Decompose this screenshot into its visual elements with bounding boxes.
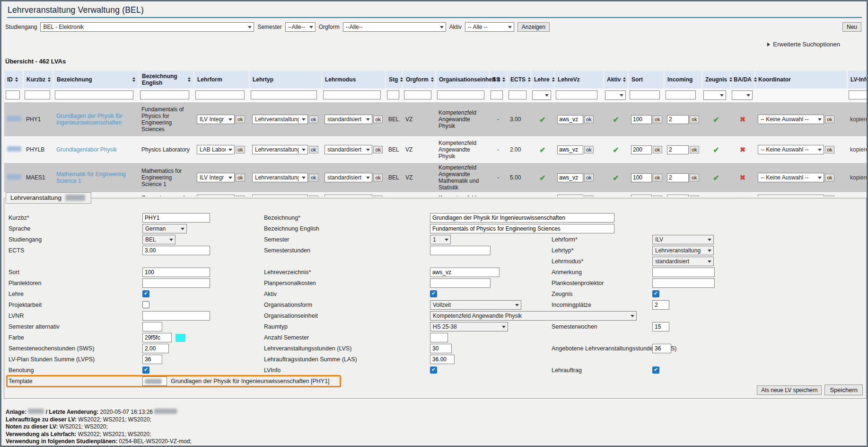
row-lehrform-select[interactable]: LAB Labor bbox=[197, 145, 235, 154]
semester-alternativ-field[interactable] bbox=[142, 322, 162, 331]
ok-button[interactable]: ok bbox=[309, 146, 318, 153]
anmerkung-field[interactable] bbox=[652, 268, 715, 277]
ok-button[interactable]: ok bbox=[373, 196, 383, 197]
col-header-orgform[interactable]: Orgform bbox=[403, 71, 436, 89]
filter-ects-input[interactable] bbox=[509, 90, 526, 99]
filter-lehrform-input[interactable] bbox=[195, 90, 245, 99]
ok-button[interactable]: ok bbox=[653, 196, 662, 197]
row-lehrevz-input[interactable] bbox=[557, 173, 583, 182]
row-sort-input[interactable] bbox=[631, 115, 652, 124]
x-icon[interactable]: ✖ bbox=[740, 173, 746, 181]
semester-select[interactable]: --Alle-- bbox=[285, 22, 316, 32]
ok-button[interactable]: ok bbox=[584, 196, 594, 197]
col-header-zeugnis[interactable]: Zeugnis bbox=[702, 71, 730, 89]
bezeichnung-field[interactable] bbox=[430, 213, 614, 223]
zeugnis-checkbox[interactable] bbox=[652, 290, 659, 297]
studiengang-select[interactable]: BEL bbox=[142, 235, 175, 244]
ok-button[interactable]: ok bbox=[825, 116, 834, 123]
las-field[interactable] bbox=[430, 355, 455, 364]
row-lehrtyp-select[interactable]: Lehrveranstaltung bbox=[252, 145, 308, 154]
projektarbeit-checkbox[interactable] bbox=[142, 301, 149, 308]
filter-lehre-select[interactable] bbox=[532, 90, 551, 100]
lehre-checkbox[interactable] bbox=[142, 290, 149, 297]
row-lehrmodus-select[interactable]: standardisiert bbox=[324, 115, 372, 124]
col-header-stg[interactable]: Stg bbox=[386, 71, 403, 89]
row-lehrtyp-select[interactable]: Lehrveranstaltung bbox=[252, 173, 308, 182]
row-lehrevz-input[interactable] bbox=[557, 195, 583, 197]
col-header-organisationseinheit[interactable]: Organisationseinheit bbox=[436, 71, 489, 89]
row-lehrmodus-select[interactable]: standardisiert bbox=[324, 173, 372, 182]
erweiterte-suchoptionen-link[interactable]: Erweiterte Suchoptionen bbox=[767, 41, 840, 48]
row-koordinator-select[interactable]: -- Keine Auswahl -- bbox=[758, 145, 824, 154]
col-header-bada[interactable]: BA/DA bbox=[730, 71, 755, 89]
filter-stg-input[interactable] bbox=[387, 90, 399, 99]
check-icon[interactable]: ✔ bbox=[613, 146, 619, 154]
row-incoming-input[interactable] bbox=[667, 115, 689, 124]
ok-button[interactable]: ok bbox=[584, 174, 594, 181]
semesterstunden-field[interactable] bbox=[430, 246, 491, 255]
col-header-id[interactable]: ID bbox=[4, 71, 23, 89]
col-header-bezeichnung-english[interactable]: Bezeichnung English bbox=[139, 71, 194, 89]
ok-button[interactable]: ok bbox=[373, 174, 383, 181]
semesterwochen-field[interactable] bbox=[652, 322, 669, 331]
ok-button[interactable]: ok bbox=[584, 146, 594, 153]
ok-button[interactable]: ok bbox=[690, 146, 699, 153]
row-lehrmodus-select[interactable] bbox=[324, 195, 372, 197]
organisationsform-select[interactable]: Vollzeit bbox=[430, 300, 521, 310]
row-lehrevz-input[interactable] bbox=[557, 145, 583, 154]
lehrtyp-select[interactable]: Lehrveranstaltung bbox=[652, 246, 714, 255]
filter-kurzbz-input[interactable] bbox=[25, 90, 50, 99]
alvs-field[interactable] bbox=[652, 344, 671, 353]
x-icon[interactable]: ✖ bbox=[740, 145, 746, 153]
kurzbz-field[interactable] bbox=[142, 213, 210, 223]
filter-organisationseinheit-input[interactable] bbox=[437, 90, 484, 99]
sort-field[interactable] bbox=[142, 268, 210, 277]
row-koordinator-select[interactable]: -- Keine Auswahl -- bbox=[758, 115, 824, 124]
kopieren-link[interactable]: kopieren bbox=[850, 116, 867, 123]
ok-button[interactable]: ok bbox=[309, 174, 318, 181]
ok-button[interactable]: ok bbox=[825, 146, 834, 153]
row-incoming-input[interactable] bbox=[667, 145, 689, 154]
row-lehrform-select[interactable]: ILV Integr bbox=[197, 115, 235, 124]
row-lehrtyp-select[interactable]: Lehrveranstaltung bbox=[252, 115, 308, 124]
check-icon[interactable]: ✔ bbox=[539, 116, 545, 124]
x-icon[interactable]: ✖ bbox=[740, 195, 746, 197]
row-lehrevz-input[interactable] bbox=[557, 115, 583, 124]
anzahl-semester-field[interactable] bbox=[430, 333, 448, 342]
lehrmodus-select[interactable]: standardisiert bbox=[652, 257, 714, 266]
ok-button[interactable]: ok bbox=[236, 146, 245, 153]
semester-select[interactable]: 1 bbox=[430, 235, 451, 244]
row-sort-input[interactable] bbox=[631, 195, 652, 197]
filter-bezeichnung-english-input[interactable] bbox=[140, 90, 189, 99]
lvnr-field[interactable] bbox=[142, 311, 210, 321]
row-lehrform-select[interactable]: ILV Integr bbox=[197, 173, 235, 182]
ok-button[interactable]: ok bbox=[825, 196, 834, 197]
ok-button[interactable]: ok bbox=[584, 116, 594, 123]
filter-lehrevz-input[interactable] bbox=[556, 90, 597, 99]
ok-button[interactable]: ok bbox=[653, 174, 662, 181]
lehrform-select[interactable]: ILV bbox=[652, 235, 714, 244]
col-header-lehre[interactable]: Lehre bbox=[531, 71, 554, 89]
ok-button[interactable]: ok bbox=[653, 116, 662, 123]
filter-ss-input[interactable] bbox=[491, 90, 503, 99]
bezeichnung-link[interactable]: Grundlagen der Physik für Ingenieurswiss… bbox=[56, 113, 122, 126]
plankostenprolektor-field[interactable] bbox=[652, 278, 715, 288]
planpersonalkosten-field[interactable] bbox=[430, 278, 491, 288]
ok-button[interactable]: ok bbox=[690, 174, 699, 181]
filter-orgform-input[interactable] bbox=[404, 90, 431, 99]
row-lehrmodus-select[interactable]: standardisiert bbox=[324, 145, 372, 154]
lehrauftrag-checkbox[interactable] bbox=[652, 367, 659, 374]
planlektoren-field[interactable] bbox=[142, 278, 210, 288]
check-icon[interactable]: ✔ bbox=[713, 174, 719, 182]
ok-button[interactable]: ok bbox=[690, 116, 699, 123]
ok-button[interactable]: ok bbox=[309, 116, 318, 123]
col-header-aktiv[interactable]: Aktiv bbox=[604, 71, 628, 89]
ok-button[interactable]: ok bbox=[373, 146, 383, 153]
check-icon[interactable]: ✔ bbox=[539, 174, 545, 182]
filter-zeugnis-select[interactable] bbox=[703, 90, 726, 100]
save-button[interactable]: Speichern bbox=[824, 384, 863, 395]
row-koordinator-select[interactable] bbox=[758, 195, 824, 197]
neu-button[interactable]: Neu bbox=[842, 22, 861, 32]
row-incoming-input[interactable] bbox=[667, 173, 689, 182]
bezeichnung-english-field[interactable] bbox=[430, 224, 614, 233]
